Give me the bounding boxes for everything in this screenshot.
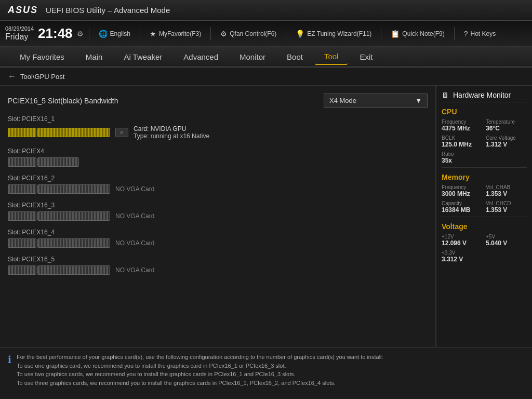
slot-visual: NO VGA Card — [8, 265, 428, 275]
info-box: ℹ For the best performance of your graph… — [0, 347, 532, 399]
slot-pciex4: Slot: PCIEX4 — [8, 148, 428, 167]
asus-logo: ASUS — [8, 5, 38, 16]
nav-ai-tweaker[interactable]: Ai Tweaker — [114, 49, 171, 64]
hotkeys-button[interactable]: ? Hot Keys — [460, 28, 500, 40]
info-icon: ℹ — [8, 354, 11, 394]
nav-monitor[interactable]: Monitor — [230, 49, 275, 64]
bios-title: UEFI BIOS Utility – Advanced Mode — [46, 6, 170, 15]
mem-vol-chab: Vol_CHAB 1.353 V — [486, 184, 527, 197]
cpu-core-voltage-value: 1.312 V — [486, 141, 527, 148]
globe-icon: 🌐 — [99, 30, 108, 38]
cpu-temperature-label: Temperature — [486, 119, 527, 125]
slot-label: Slot: PCIEX16_5 — [8, 256, 428, 263]
eztuning-label: EZ Tuning Wizard(F11) — [307, 30, 371, 37]
star-icon: ★ — [150, 30, 156, 38]
slot-connector-group — [8, 211, 110, 221]
volt-5v-value: 5.040 V — [486, 240, 527, 247]
dropdown-selected: X4 Mode — [329, 97, 356, 104]
top-bar: 08/29/2014 Friday 21:48 ⚙ 🌐 English ★ My… — [0, 21, 532, 47]
nav-advanced[interactable]: Advanced — [174, 49, 228, 64]
slot-label: Slot: PCIEX4 — [8, 148, 428, 155]
settings-icon[interactable]: ⚙ — [77, 30, 84, 38]
volt-12v-label: +12V — [442, 234, 483, 240]
volt-12v: +12V 12.096 V — [442, 234, 483, 247]
mem-frequency-label: Frequency — [442, 184, 483, 190]
slot-connector-group — [8, 238, 110, 248]
myfavorite-button[interactable]: ★ MyFavorite(F3) — [145, 28, 205, 40]
nav-exit[interactable]: Exit — [350, 49, 382, 64]
slot-label: Slot: PCIEX16_2 — [8, 175, 428, 182]
cpu-core-voltage-label: Core Voltage — [486, 135, 527, 141]
no-vga-label: NO VGA Card — [115, 267, 154, 274]
slot-connector-group — [8, 128, 110, 137]
nav-my-favorites[interactable]: My Favorites — [10, 49, 74, 64]
nav-tool[interactable]: Tool — [315, 49, 348, 65]
no-vga-label: NO VGA Card — [115, 212, 154, 220]
volt-5v-label: +5V — [486, 234, 527, 240]
voltage-section-title: Voltage — [442, 222, 527, 231]
monitor-icon: 🖥 — [442, 91, 449, 99]
qfan-button[interactable]: ⚙ Qfan Control(F6) — [216, 28, 281, 40]
nav-main[interactable]: Main — [76, 49, 112, 64]
hotkeys-label: Hot Keys — [471, 30, 496, 37]
main-content: PCIEX16_5 Slot(black) Bandwidth X4 Mode … — [0, 86, 532, 347]
memory-grid: Frequency 3000 MHz Vol_CHAB 1.353 V Capa… — [442, 184, 527, 214]
mem-vol-chab-value: 1.353 V — [486, 190, 527, 197]
cpu-frequency-label: Frequency — [442, 119, 483, 125]
slot-pciex16-3: Slot: PCIEX16_3 NO VGA Card — [8, 202, 428, 221]
title-bar: ASUS UEFI BIOS Utility – Advanced Mode — [0, 0, 532, 21]
mem-frequency-value: 3000 MHz — [442, 190, 483, 197]
pcie-dropdown[interactable]: X4 Mode ▼ — [324, 94, 428, 108]
slot-connector-group — [8, 157, 79, 167]
day-display: Friday — [5, 32, 34, 42]
myfavorite-label: MyFavorite(F3) — [159, 30, 201, 37]
divider — [286, 27, 286, 40]
mem-vol-chcd: Vol_CHCD 1.353 V — [486, 201, 527, 214]
cpu-temperature-value: 36°C — [486, 125, 527, 132]
slot-card-info: Card: NVIDIA GPU Type: running at x16 Na… — [134, 125, 209, 140]
mem-vol-chcd-label: Vol_CHCD — [486, 201, 527, 206]
volt-5v: +5V 5.040 V — [486, 234, 527, 247]
mem-frequency: Frequency 3000 MHz — [442, 184, 483, 197]
slot-visual: ⊞ Card: NVIDIA GPU Type: running at x16 … — [8, 125, 428, 140]
mem-capacity: Capacity 16384 MB — [442, 201, 483, 214]
hotkeys-icon: ? — [464, 30, 468, 38]
eztuning-button[interactable]: 💡 EZ Tuning Wizard(F11) — [291, 28, 376, 40]
divider — [442, 167, 527, 168]
mem-capacity-label: Capacity — [442, 201, 483, 206]
cpu-ratio-value: 35x — [442, 157, 527, 164]
english-button[interactable]: 🌐 English — [95, 28, 135, 40]
nav-boot[interactable]: Boot — [277, 49, 312, 64]
hw-monitor-title: 🖥 Hardware Monitor — [442, 91, 527, 102]
datetime-block: 08/29/2014 Friday 21:48 ⚙ — [5, 25, 84, 42]
cpu-frequency: Frequency 4375 MHz — [442, 119, 483, 132]
quicknote-label: Quick Note(F9) — [402, 30, 444, 37]
slot-pciex16-1: Slot: PCIEX16_1 ⊞ Card: NVIDIA GPU Type:… — [8, 115, 428, 140]
time-display: 21:48 — [38, 25, 73, 42]
no-vga-label: NO VGA Card — [115, 185, 154, 193]
slot-label: Slot: PCIEX16_4 — [8, 229, 428, 236]
nav-bar: My Favorites Main Ai Tweaker Advanced Mo… — [0, 47, 532, 68]
slot-connector-group — [8, 184, 110, 194]
mem-vol-chcd-value: 1.353 V — [486, 206, 527, 214]
breadcrumb-path: Tool\GPU Post — [20, 73, 64, 81]
cpu-section-title: CPU — [442, 108, 527, 116]
slot-visual: NO VGA Card — [8, 184, 428, 194]
no-vga-label: NO VGA Card — [115, 240, 154, 247]
slot-visual: NO VGA Card — [8, 211, 428, 221]
memory-section-title: Memory — [442, 173, 527, 181]
quicknote-button[interactable]: 📋 Quick Note(F9) — [387, 28, 448, 40]
cpu-ratio-label: Ratio — [442, 151, 527, 157]
qfan-label: Qfan Control(F6) — [230, 30, 276, 37]
card-name: Card: NVIDIA GPU — [134, 125, 209, 132]
volt-33v-value: 3.312 V — [442, 256, 527, 263]
english-label: English — [110, 30, 130, 37]
cpu-grid: Frequency 4375 MHz Temperature 36°C BCLK… — [442, 119, 527, 148]
breadcrumb-back-button[interactable]: ← — [8, 72, 16, 81]
divider — [454, 27, 455, 40]
slot-pciex16-2: Slot: PCIEX16_2 NO VGA Card — [8, 175, 428, 194]
slot-visual: NO VGA Card — [8, 238, 428, 248]
fan-icon: ⚙ — [220, 30, 227, 38]
note-icon: 📋 — [391, 30, 400, 38]
pcie-header: PCIEX16_5 Slot(black) Bandwidth X4 Mode … — [8, 94, 428, 108]
